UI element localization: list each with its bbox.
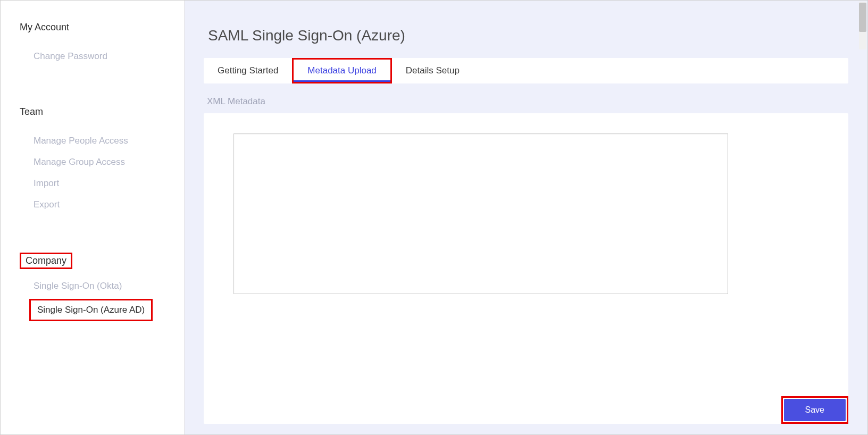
scrollbar[interactable] (859, 2, 866, 49)
highlight-company-header: Company (20, 253, 72, 269)
save-button[interactable]: Save (784, 399, 846, 421)
save-button-wrapper: Save (781, 396, 848, 424)
sidebar-section-company: Company Single Sign-On (Okta) Single Sig… (20, 253, 173, 321)
tab-metadata-upload[interactable]: Metadata Upload (292, 58, 391, 83)
highlight-sso-azure: Single Sign-On (Azure AD) (29, 299, 153, 321)
page-title: SAML Single Sign-On (Azure) (204, 27, 848, 44)
sidebar-section-my-account: My Account Change Password (20, 20, 173, 67)
main-content: SAML Single Sign-On (Azure) Getting Star… (185, 1, 867, 434)
sidebar-item-sso-okta[interactable]: Single Sign-On (Okta) (20, 275, 173, 297)
app-container: My Account Change Password Team Manage P… (0, 0, 868, 435)
xml-metadata-textarea[interactable] (233, 133, 728, 294)
sidebar-item-manage-group-access[interactable]: Manage Group Access (20, 152, 173, 173)
tabs-bar: Getting Started Metadata Upload Details … (204, 58, 848, 83)
sidebar-header-team: Team (20, 104, 47, 120)
xml-metadata-label: XML Metadata (207, 96, 848, 107)
sidebar-item-import[interactable]: Import (20, 173, 173, 194)
sidebar-item-change-password[interactable]: Change Password (20, 46, 173, 67)
sidebar-item-export[interactable]: Export (20, 194, 173, 215)
sidebar-item-manage-people-access[interactable]: Manage People Access (20, 130, 173, 152)
highlight-save-button: Save (781, 396, 848, 424)
metadata-panel (204, 113, 848, 424)
sidebar-header-company: Company (26, 255, 66, 266)
tab-getting-started[interactable]: Getting Started (204, 58, 292, 83)
sidebar: My Account Change Password Team Manage P… (1, 1, 185, 434)
sidebar-section-team: Team Manage People Access Manage Group A… (20, 104, 173, 215)
sidebar-item-sso-azure-ad[interactable]: Single Sign-On (Azure AD) (35, 302, 147, 319)
tab-details-setup[interactable]: Details Setup (392, 58, 473, 83)
scrollbar-thumb[interactable] (859, 3, 866, 32)
sidebar-header-my-account: My Account (20, 20, 73, 35)
